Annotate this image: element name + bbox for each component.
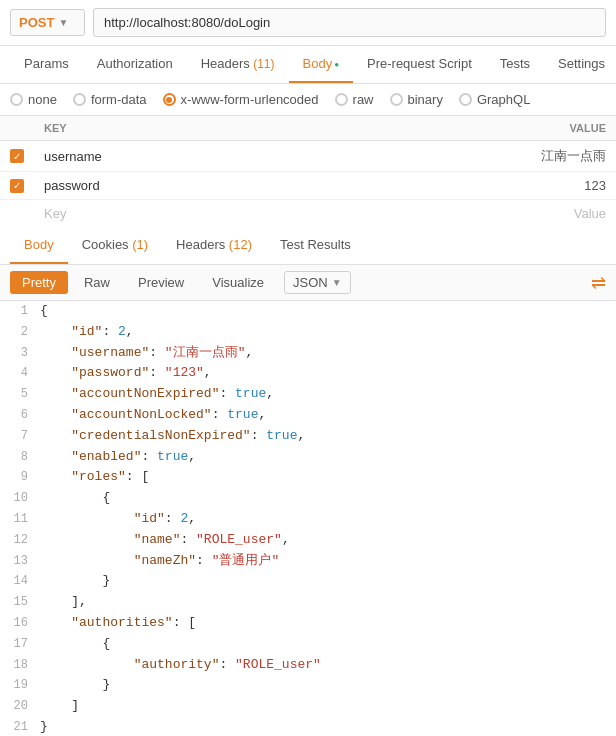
format-raw-button[interactable]: Raw: [72, 271, 122, 294]
method-label: POST: [19, 15, 54, 30]
json-line: 5 "accountNonExpired": true,: [0, 384, 616, 405]
line-number: 15: [0, 593, 40, 612]
radio-binary[interactable]: binary: [390, 92, 443, 107]
radio-graphql-circle: [459, 93, 472, 106]
tab-pre-request[interactable]: Pre-request Script: [353, 46, 486, 83]
json-line: 18 "authority": "ROLE_user": [0, 655, 616, 676]
kv-header-value: VALUE: [312, 116, 616, 141]
json-line: 15 ],: [0, 592, 616, 613]
tab-params[interactable]: Params: [10, 46, 83, 83]
radio-urlencoded-circle: [163, 93, 176, 106]
radio-form-data-circle: [73, 93, 86, 106]
line-content: "accountNonExpired": true,: [40, 384, 616, 405]
username-value[interactable]: 江南一点雨: [312, 141, 616, 172]
radio-urlencoded-label: x-www-form-urlencoded: [181, 92, 319, 107]
line-content: ]: [40, 696, 616, 717]
radio-raw[interactable]: raw: [335, 92, 374, 107]
line-number: 5: [0, 385, 40, 404]
json-line: 8 "enabled": true,: [0, 447, 616, 468]
tab-body[interactable]: Body●: [289, 46, 353, 83]
format-preview-button[interactable]: Preview: [126, 271, 196, 294]
json-response-area: 1{2 "id": 2,3 "username": "江南一点雨",4 "pas…: [0, 301, 616, 736]
line-content: ],: [40, 592, 616, 613]
line-number: 8: [0, 448, 40, 467]
radio-none-circle: [10, 93, 23, 106]
response-tab-body[interactable]: Body: [10, 227, 68, 264]
radio-graphql[interactable]: GraphQL: [459, 92, 530, 107]
json-line: 9 "roles": [: [0, 467, 616, 488]
tab-authorization[interactable]: Authorization: [83, 46, 187, 83]
radio-form-data[interactable]: form-data: [73, 92, 147, 107]
password-value[interactable]: 123: [312, 172, 616, 200]
line-number: 7: [0, 427, 40, 446]
line-number: 4: [0, 364, 40, 383]
line-number: 17: [0, 635, 40, 654]
wrap-icon[interactable]: ⇌: [591, 272, 606, 294]
json-line: 20 ]: [0, 696, 616, 717]
method-select[interactable]: POST ▼: [10, 9, 85, 36]
kv-header-row: KEY VALUE: [0, 116, 616, 141]
line-content: {: [40, 301, 616, 322]
json-line: 19 }: [0, 675, 616, 696]
format-pretty-button[interactable]: Pretty: [10, 271, 68, 294]
line-content: "enabled": true,: [40, 447, 616, 468]
json-line: 11 "id": 2,: [0, 509, 616, 530]
url-input[interactable]: [93, 8, 606, 37]
json-line: 4 "password": "123",: [0, 363, 616, 384]
radio-urlencoded[interactable]: x-www-form-urlencoded: [163, 92, 319, 107]
request-tabs: Params Authorization Headers (11) Body● …: [0, 46, 616, 84]
json-line: 13 "nameZh": "普通用户": [0, 551, 616, 572]
line-number: 21: [0, 718, 40, 736]
json-line: 17 {: [0, 634, 616, 655]
line-content: }: [40, 717, 616, 736]
json-line: 1{: [0, 301, 616, 322]
response-tab-cookies[interactable]: Cookies (1): [68, 227, 162, 264]
radio-binary-circle: [390, 93, 403, 106]
password-key[interactable]: password: [34, 172, 312, 200]
line-content: {: [40, 488, 616, 509]
placeholder-value[interactable]: Value: [312, 200, 616, 228]
line-number: 11: [0, 510, 40, 529]
line-number: 20: [0, 697, 40, 716]
placeholder-checkbox-cell: [0, 200, 34, 228]
line-number: 6: [0, 406, 40, 425]
password-checkbox[interactable]: ✓: [10, 179, 24, 193]
radio-form-data-label: form-data: [91, 92, 147, 107]
radio-none[interactable]: none: [10, 92, 57, 107]
json-line: 2 "id": 2,: [0, 322, 616, 343]
line-content: "authority": "ROLE_user": [40, 655, 616, 676]
username-checkbox[interactable]: ✓: [10, 149, 24, 163]
tab-tests[interactable]: Tests: [486, 46, 544, 83]
body-type-row: none form-data x-www-form-urlencoded raw…: [0, 84, 616, 116]
line-number: 18: [0, 656, 40, 675]
format-visualize-button[interactable]: Visualize: [200, 271, 276, 294]
response-tab-headers[interactable]: Headers (12): [162, 227, 266, 264]
json-line: 3 "username": "江南一点雨",: [0, 343, 616, 364]
table-row: ✓ username 江南一点雨: [0, 141, 616, 172]
response-tabs: Body Cookies (1) Headers (12) Test Resul…: [0, 227, 616, 265]
line-content: "name": "ROLE_user",: [40, 530, 616, 551]
json-line: 7 "credentialsNonExpired": true,: [0, 426, 616, 447]
password-checkbox-cell: ✓: [0, 172, 34, 200]
radio-binary-label: binary: [408, 92, 443, 107]
line-number: 12: [0, 531, 40, 550]
format-type-label: JSON: [293, 275, 328, 290]
response-tab-test-results[interactable]: Test Results: [266, 227, 365, 264]
json-line: 6 "accountNonLocked": true,: [0, 405, 616, 426]
line-content: "authorities": [: [40, 613, 616, 634]
format-chevron-icon: ▼: [332, 277, 342, 288]
tab-settings[interactable]: Settings: [544, 46, 616, 83]
line-number: 3: [0, 344, 40, 363]
placeholder-key[interactable]: Key: [34, 200, 312, 228]
username-key[interactable]: username: [34, 141, 312, 172]
kv-placeholder-row: Key Value: [0, 200, 616, 228]
line-number: 10: [0, 489, 40, 508]
line-content: "id": 2,: [40, 322, 616, 343]
kv-header-checkbox-cell: [0, 116, 34, 141]
json-line: 10 {: [0, 488, 616, 509]
line-number: 2: [0, 323, 40, 342]
tab-headers[interactable]: Headers (11): [187, 46, 289, 83]
json-line: 16 "authorities": [: [0, 613, 616, 634]
line-number: 1: [0, 302, 40, 321]
format-selector[interactable]: JSON ▼: [284, 271, 351, 294]
